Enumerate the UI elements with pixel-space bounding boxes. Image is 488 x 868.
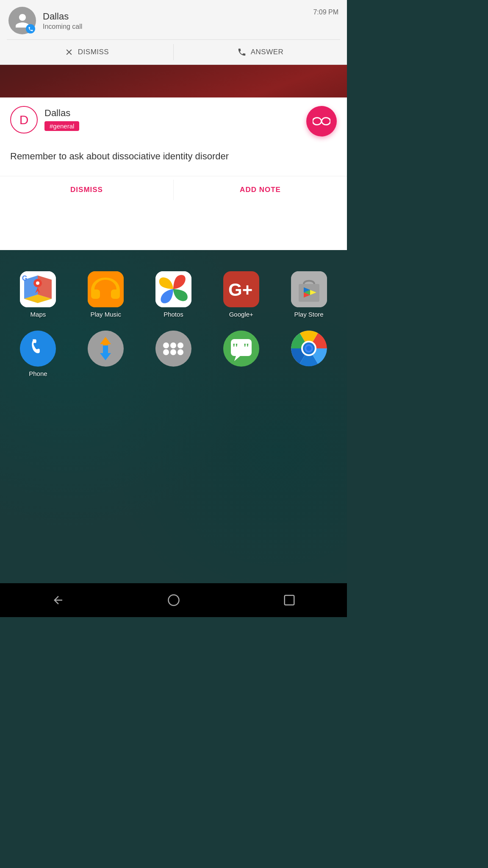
hangouts-svg: " "	[223, 331, 259, 367]
maps-app-icon[interactable]: G Maps	[15, 271, 61, 318]
maps-svg: G	[20, 271, 56, 307]
call-info: Dallas Incoming call	[36, 11, 313, 31]
svg-point-26	[163, 349, 169, 355]
app-drawer-icon[interactable]	[150, 331, 197, 377]
play-music-label: Play Music	[90, 311, 121, 318]
play-music-icon-img	[88, 271, 124, 307]
home-button[interactable]	[161, 587, 186, 613]
hangouts-app-icon[interactable]: " "	[218, 331, 264, 377]
svg-point-27	[170, 349, 176, 355]
chrome-svg	[291, 331, 327, 367]
call-status: Incoming call	[43, 23, 313, 31]
photos-label: Photos	[164, 311, 183, 318]
reminder-header: D Dallas #general	[10, 106, 337, 136]
dismiss-call-label: DISMISS	[78, 48, 109, 56]
downloader-svg	[88, 331, 124, 367]
phone-answer-icon	[237, 47, 247, 57]
call-actions: DISMISS ANSWER	[0, 40, 347, 64]
reminder-contact: Dallas #general	[38, 106, 79, 131]
call-notification: Dallas Incoming call 7:09 PM DISMISS ANS…	[0, 0, 347, 65]
recents-icon	[283, 594, 296, 606]
answer-call-label: ANSWER	[251, 48, 284, 56]
reminder-tag: #general	[44, 121, 79, 131]
svg-point-38	[168, 595, 179, 606]
reminder-avatar: D	[10, 106, 38, 134]
home-icon	[167, 594, 180, 606]
add-note-button[interactable]: ADD NOTE	[174, 176, 347, 203]
svg-point-37	[306, 346, 311, 351]
play-store-icon-img	[291, 271, 327, 307]
photos-icon-img	[155, 271, 191, 307]
call-time: 7:09 PM	[313, 7, 338, 16]
chrome-app-icon[interactable]	[286, 331, 332, 377]
infinity-icon	[313, 112, 330, 130]
dots-icon-img	[155, 331, 191, 367]
downloader-app-icon[interactable]	[83, 331, 129, 377]
app-row-2: Phone	[4, 331, 343, 377]
phone-badge	[26, 24, 35, 33]
google-plus-app-icon[interactable]: G+ Google+	[218, 271, 264, 318]
dots-svg	[155, 331, 191, 367]
svg-point-6	[36, 281, 39, 285]
svg-rect-39	[284, 595, 294, 605]
svg-point-25	[177, 342, 183, 348]
phone-app-icon[interactable]: Phone	[15, 331, 61, 377]
reminder-dismiss-button[interactable]: DISMISS	[0, 176, 173, 203]
x-icon	[64, 47, 74, 57]
maps-icon-img: G	[20, 271, 56, 307]
app-row-1: G Maps Play Music	[4, 271, 343, 318]
svg-point-23	[163, 342, 169, 348]
svg-text:G+: G+	[228, 280, 252, 300]
back-button[interactable]	[45, 587, 71, 613]
play-store-svg	[291, 271, 327, 307]
svg-point-18	[20, 331, 55, 366]
chrome-icon-img	[291, 331, 327, 367]
nav-bar	[0, 583, 347, 617]
answer-call-button[interactable]: ANSWER	[174, 40, 347, 64]
phone-badge-icon	[28, 26, 33, 32]
reminder-avatar-letter: D	[19, 113, 29, 127]
play-music-svg	[88, 271, 124, 307]
svg-text:": "	[243, 340, 250, 354]
hangouts-icon-img: " "	[223, 331, 259, 367]
maps-label: Maps	[30, 311, 46, 318]
phone-svg	[20, 331, 56, 367]
call-header: Dallas Incoming call 7:09 PM	[0, 0, 347, 39]
back-icon	[52, 594, 64, 606]
app-grid: G Maps Play Music	[0, 263, 347, 398]
play-store-label: Play Store	[294, 311, 323, 318]
reminder-contact-name: Dallas	[44, 108, 79, 119]
google-plus-svg: G+	[223, 271, 259, 307]
recents-button[interactable]	[277, 587, 302, 613]
play-store-app-icon[interactable]: Play Store	[286, 271, 332, 318]
svg-point-24	[170, 342, 176, 348]
reminder-message: Remember to ask about dissociative ident…	[10, 145, 337, 176]
photos-app-icon[interactable]: Photos	[150, 271, 197, 318]
downloader-icon-img	[88, 331, 124, 367]
svg-text:": "	[232, 340, 239, 354]
play-music-app-icon[interactable]: Play Music	[83, 271, 129, 318]
infinity-button[interactable]	[306, 106, 337, 136]
svg-text:G: G	[22, 275, 27, 282]
google-plus-icon-img: G+	[223, 271, 259, 307]
reminder-card: D Dallas #general Remember to ask about …	[0, 97, 347, 250]
phone-icon-img	[20, 331, 56, 367]
phone-label: Phone	[29, 370, 47, 377]
caller-name: Dallas	[43, 11, 313, 22]
caller-avatar	[8, 7, 36, 34]
google-plus-label: Google+	[229, 311, 253, 318]
svg-point-28	[177, 349, 183, 355]
photos-svg	[155, 271, 191, 307]
dismiss-call-button[interactable]: DISMISS	[0, 40, 173, 64]
reminder-actions: DISMISS ADD NOTE	[0, 176, 347, 203]
